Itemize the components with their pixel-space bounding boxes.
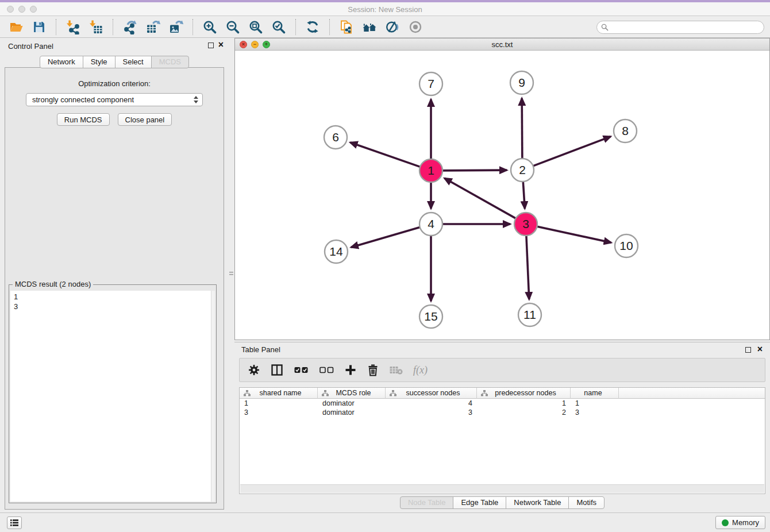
tab-edge-table[interactable]: Edge Table: [453, 496, 506, 509]
mcds-result-scrollbar[interactable]: [211, 291, 215, 502]
table-cell: 2: [477, 408, 571, 417]
column-selector-button[interactable]: [270, 364, 284, 376]
refresh-button[interactable]: [302, 18, 323, 36]
zoom-selected-icon: [271, 20, 286, 34]
table-header-row: shared nameMCDS rolesuccessor nodesprede…: [240, 388, 765, 399]
houses-icon: [362, 20, 377, 34]
unchecked-boxes-icon: [319, 365, 334, 375]
graph-edge-3-1[interactable]: [445, 178, 516, 218]
control-panel-close-icon[interactable]: ×: [218, 40, 224, 50]
memory-button[interactable]: Memory: [715, 516, 765, 529]
control-panel: Control Panel × NetworkStyleSelectMCDS O…: [0, 38, 229, 512]
import-network-button[interactable]: [63, 18, 83, 36]
mcds-result-title: MCDS result (2 nodes): [13, 280, 93, 288]
open-session-button[interactable]: [6, 18, 26, 36]
criterion-value: strongly connected component: [32, 95, 134, 104]
table-settings-button[interactable]: [248, 364, 260, 376]
close-panel-button[interactable]: Close panel: [118, 113, 172, 126]
table-panel-float-icon[interactable]: [745, 347, 751, 353]
zoom-fit-button[interactable]: [245, 18, 266, 36]
control-panel-tabs: NetworkStyleSelectMCDS: [0, 56, 229, 68]
network-overview-button[interactable]: [359, 18, 380, 36]
function-builder-button: f(x): [413, 364, 428, 376]
toggle-graphics-details-button[interactable]: [382, 18, 403, 36]
table-toolbar: f(x): [239, 358, 765, 382]
table-panel-close-icon[interactable]: ×: [757, 344, 763, 354]
select-all-button[interactable]: [294, 365, 309, 375]
table-row[interactable]: 3dominator323: [240, 408, 765, 417]
table-cell: 1: [477, 399, 571, 407]
control-panel-title: Control Panel: [8, 42, 53, 51]
network-canvas[interactable]: 1234678910111415: [235, 51, 769, 340]
graph-edge-2-3[interactable]: [523, 182, 525, 209]
column-header-successor-nodes[interactable]: successor nodes: [386, 388, 477, 399]
trash-icon: [367, 364, 379, 376]
deselect-all-button[interactable]: [319, 365, 334, 375]
eye-icon: [408, 20, 423, 34]
column-header-name[interactable]: name: [571, 388, 619, 399]
import-network-icon: [66, 20, 80, 34]
status-bar: Memory: [0, 512, 770, 532]
import-table-button[interactable]: [86, 18, 106, 36]
tab-node-table[interactable]: Node Table: [400, 496, 454, 509]
right-column: × − + scc.txt 1234678910111415 Table Pan…: [234, 38, 770, 512]
add-column-button[interactable]: [344, 364, 357, 376]
tab-network-table[interactable]: Network Table: [506, 496, 569, 509]
graph-node-label: 9: [518, 76, 525, 89]
network-graph[interactable]: 1234678910111415: [235, 51, 769, 340]
control-panel-float-icon[interactable]: [208, 43, 214, 48]
graph-edge-1-2[interactable]: [442, 170, 507, 171]
save-session-button[interactable]: [29, 18, 49, 36]
tab-motifs[interactable]: Motifs: [568, 496, 605, 509]
tab-mcds[interactable]: MCDS: [151, 56, 189, 68]
export-table-button[interactable]: [143, 18, 163, 36]
zoom-in-button[interactable]: [199, 18, 220, 36]
toolbar-separator: [56, 19, 56, 35]
export-image-button[interactable]: [165, 18, 186, 36]
plus-icon: [344, 364, 357, 376]
criterion-dropdown[interactable]: strongly connected component: [26, 93, 203, 106]
table-row[interactable]: 1dominator411: [240, 399, 765, 408]
graph-node-label: 14: [329, 245, 343, 258]
table-panel-title: Table Panel: [241, 345, 280, 354]
zoom-out-icon: [225, 20, 240, 34]
column-tree-icon: [390, 390, 396, 396]
column-header-MCDS-role[interactable]: MCDS role: [318, 388, 386, 399]
zoom-out-button[interactable]: [222, 18, 243, 36]
search-input[interactable]: [609, 23, 764, 32]
delete-column-button[interactable]: [367, 364, 379, 376]
graph-edge-4-14[interactable]: [351, 228, 420, 248]
tab-select[interactable]: Select: [115, 56, 152, 68]
columns-icon: [270, 364, 284, 376]
table-horizontal-scrollbar[interactable]: [240, 484, 764, 493]
tab-style[interactable]: Style: [83, 56, 116, 68]
column-header-shared-name[interactable]: shared name: [240, 388, 318, 399]
zoom-selected-button[interactable]: [268, 18, 289, 36]
graph-edge-1-6[interactable]: [350, 142, 420, 167]
tab-network[interactable]: Network: [40, 56, 83, 68]
column-header-predecessor-nodes[interactable]: predecessor nodes: [477, 388, 571, 399]
main-area: Control Panel × NetworkStyleSelectMCDS O…: [0, 38, 770, 512]
graph-node-label: 6: [332, 130, 339, 144]
mcds-result-text[interactable]: 13: [10, 291, 215, 502]
graph-edge-3-11[interactable]: [526, 236, 529, 299]
table-cell: 4: [386, 399, 477, 407]
table-cell: 1: [240, 399, 318, 407]
memory-status-icon: [722, 519, 729, 526]
graph-edge-2-8[interactable]: [533, 137, 611, 166]
export-network-button[interactable]: [120, 18, 140, 36]
show-hide-details-button[interactable]: [405, 18, 426, 36]
task-history-button[interactable]: [7, 516, 22, 529]
save-floppy-icon: [32, 20, 47, 34]
toolbar-search[interactable]: [596, 21, 764, 34]
graph-edge-2-9[interactable]: [522, 98, 522, 159]
graph-edge-3-10[interactable]: [537, 226, 611, 242]
export-network-icon: [122, 20, 137, 34]
delete-table-icon: [389, 365, 403, 375]
column-tree-icon: [322, 390, 329, 396]
vertical-splitter-handle[interactable]: [229, 269, 233, 278]
run-mcds-button[interactable]: Run MCDS: [57, 113, 110, 126]
clone-network-button[interactable]: [336, 18, 357, 36]
refresh-icon: [305, 20, 320, 34]
gear-icon: [248, 364, 260, 376]
